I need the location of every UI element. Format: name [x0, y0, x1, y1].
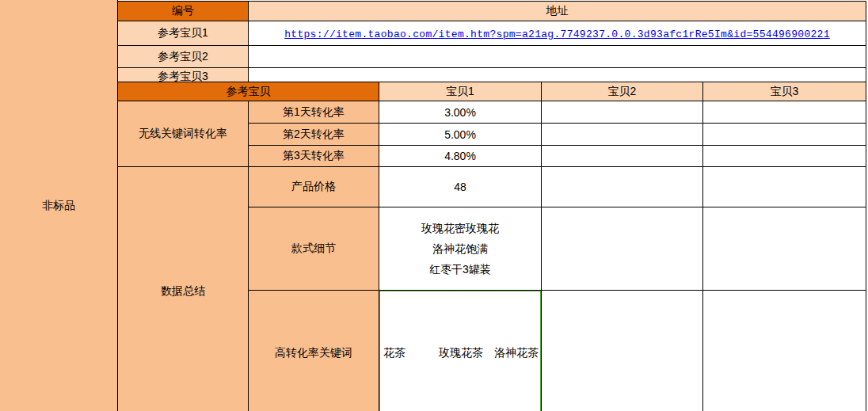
- cell-day2-baobei2[interactable]: [542, 124, 703, 146]
- cell-col-header-baobei3[interactable]: 宝贝3: [703, 82, 866, 101]
- cell-day2-baobei3[interactable]: [703, 124, 866, 146]
- cell-keywords-baobei2[interactable]: [542, 291, 703, 411]
- cell-wireless-conversion-group[interactable]: 无线关键词转化率: [118, 101, 249, 167]
- cell-day3-baobei1[interactable]: 4.80%: [379, 146, 542, 167]
- cell-ref-item-2[interactable]: 参考宝贝2: [118, 46, 249, 68]
- category-cell[interactable]: 非标品: [0, 0, 118, 411]
- cell-keywords-baobei1-selected[interactable]: 花茶 玫瑰花茶 洛神花茶: [379, 291, 542, 411]
- cell-day1-conversion-label[interactable]: 第1天转化率: [249, 101, 379, 124]
- cell-day3-baobei2[interactable]: [542, 146, 703, 167]
- reference-url-table: 编号 地址 参考宝贝1 https://item.taobao.com/item…: [117, 1, 866, 86]
- cell-style-details-baobei1[interactable]: 玫瑰花密玫瑰花 洛神花饱满 红枣干3罐装: [379, 207, 542, 291]
- spreadsheet: 非标品 编号 地址 参考宝贝1 https://item.taobao.com/…: [0, 0, 868, 411]
- cell-price-baobei2[interactable]: [542, 167, 703, 207]
- taobao-item-link[interactable]: https://item.taobao.com/item.htm?spm=a21…: [284, 29, 830, 40]
- cell-day1-baobei2[interactable]: [542, 101, 703, 124]
- reference-data-table: 参考宝贝 宝贝1 宝贝2 宝贝3 无线关键词转化率 第1天转化率 3.00% 第…: [117, 82, 866, 411]
- cell-day3-conversion-label[interactable]: 第3天转化率: [249, 146, 379, 167]
- cell-product-price-label[interactable]: 产品价格: [249, 167, 379, 207]
- keywords-text: 花茶 玫瑰花茶 洛神花茶: [382, 346, 539, 359]
- cell-day1-baobei3[interactable]: [703, 101, 866, 124]
- cell-ref-item-1[interactable]: 参考宝贝1: [118, 21, 249, 46]
- cell-price-baobei1[interactable]: 48: [379, 167, 542, 207]
- cell-style-details-label[interactable]: 款式细节: [249, 207, 379, 291]
- cell-address-header[interactable]: 地址: [249, 2, 866, 21]
- cell-high-conversion-keywords-label[interactable]: 高转化率关键词: [249, 291, 379, 411]
- cell-day3-baobei3[interactable]: [703, 146, 866, 167]
- cell-day2-conversion-label[interactable]: 第2天转化率: [249, 124, 379, 146]
- cell-ref-group-header[interactable]: 参考宝贝: [118, 82, 379, 101]
- category-label: 非标品: [42, 199, 75, 213]
- cell-col-header-baobei1[interactable]: 宝贝1: [379, 82, 542, 101]
- cell-day2-baobei1[interactable]: 5.00%: [379, 124, 542, 146]
- cell-style-details-baobei3[interactable]: [703, 207, 866, 291]
- cell-url-2[interactable]: [249, 46, 866, 68]
- cell-style-details-baobei2[interactable]: [542, 207, 703, 291]
- cell-url-1[interactable]: https://item.taobao.com/item.htm?spm=a21…: [249, 21, 866, 46]
- cell-id-header[interactable]: 编号: [118, 2, 249, 21]
- cell-day1-baobei1[interactable]: 3.00%: [379, 101, 542, 124]
- cell-data-summary-group[interactable]: 数据总结: [118, 167, 249, 411]
- cell-price-baobei3[interactable]: [703, 167, 866, 207]
- cell-keywords-baobei3[interactable]: [703, 291, 866, 411]
- cell-col-header-baobei2[interactable]: 宝贝2: [542, 82, 703, 101]
